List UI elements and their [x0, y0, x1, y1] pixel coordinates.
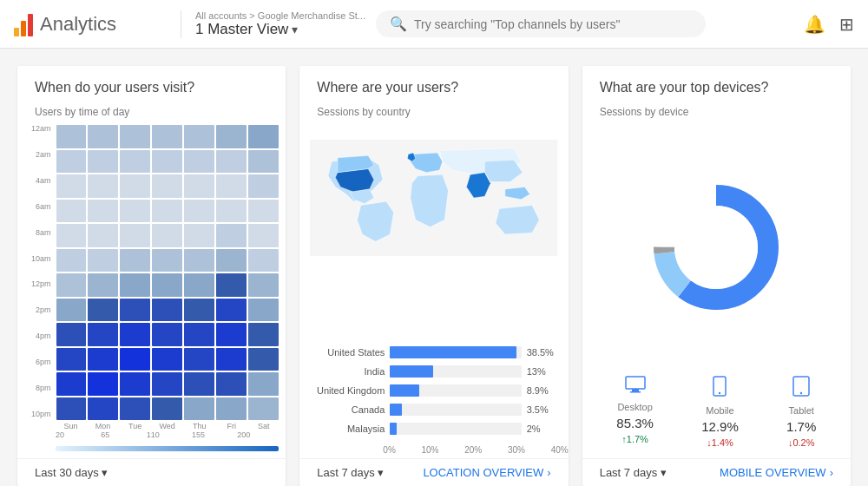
svg-rect-6: [632, 389, 639, 391]
heatmap-x-label: Sun: [56, 420, 86, 430]
card3-title: What are your top devices?: [582, 66, 851, 102]
heatmap-cell: [120, 150, 150, 174]
heatmap-col: [184, 125, 214, 420]
tablet-icon: [792, 376, 810, 402]
scale-label: 65: [101, 430, 118, 439]
bar-fill: [390, 423, 397, 435]
heatmap-cell: [56, 372, 87, 396]
search-input[interactable]: [414, 17, 692, 31]
bar-country-label: Malaysia: [306, 424, 385, 434]
heatmap-cell: [248, 323, 279, 346]
heatmap-cell: [120, 348, 150, 371]
bar-row: United Kingdom 8.9%: [306, 384, 557, 397]
bar-row: Canada 3.5%: [306, 404, 557, 416]
bar-track: [390, 423, 521, 435]
heatmap-y-label: 8pm: [31, 384, 55, 392]
heatmap-cell: [248, 372, 279, 396]
heatmap-cell: [152, 273, 182, 297]
card2-location-overview-link[interactable]: LOCATION OVERVIEW ›: [423, 466, 550, 479]
heatmap-cell: [248, 200, 279, 223]
heatmap-cell: [88, 273, 118, 297]
heatmap-cell: [120, 224, 150, 247]
heatmap-y-label: 6pm: [31, 358, 55, 366]
heatmap-cell: [184, 299, 214, 322]
heatmap-area: 12am2am4am6am8am10am12pm2pm4pm6pm8pm10pm…: [17, 125, 286, 458]
heatmap-cell: [184, 125, 214, 148]
heatmap-cell: [216, 323, 247, 346]
scale-label: 155: [192, 430, 209, 439]
heatmap-x-label: Sat: [248, 420, 279, 430]
heatmap-x-labels: SunMonTueWedThuFriSat: [31, 420, 279, 430]
bar-chart: United States 38.5% India 13% United Kin…: [299, 346, 568, 442]
device-name-label: Desktop: [617, 402, 652, 412]
heatmap-cell: [120, 372, 150, 396]
heatmap-cell: [88, 249, 118, 273]
bar-x-label: 30%: [508, 445, 525, 455]
bar-track: [390, 365, 521, 378]
bar-x-label: 10%: [421, 445, 438, 455]
heatmap-x-label: Fri: [216, 420, 247, 430]
search-bar[interactable]: 🔍: [376, 10, 706, 37]
heatmap-y-label: 10pm: [31, 410, 55, 418]
heatmap-cell: [216, 200, 247, 223]
heatmap-cell: [248, 348, 279, 371]
chevron-right-icon: ›: [830, 466, 833, 479]
card2-footer: Last 7 days ▾ LOCATION OVERVIEW ›: [299, 458, 568, 486]
bar-fill: [390, 404, 401, 416]
heatmap-cell: [216, 299, 247, 322]
heatmap-cell: [152, 372, 182, 396]
card3-mobile-overview-link[interactable]: MOBILE OVERVIEW ›: [720, 466, 833, 479]
heatmap-cell: [120, 249, 150, 273]
heatmap-cell: [152, 224, 182, 247]
device-percentage: 12.9%: [701, 419, 739, 434]
heatmap-cell: [216, 174, 247, 198]
svg-rect-7: [630, 391, 641, 393]
heatmap-cell: [184, 249, 214, 273]
card3-period[interactable]: Last 7 days ▾: [600, 466, 667, 479]
card2-period[interactable]: Last 7 days ▾: [317, 466, 384, 479]
bar-x-label: 20%: [464, 445, 482, 455]
heatmap-cell: [152, 125, 182, 148]
card-when-users-visit: When do your users visit? Users by time …: [17, 66, 286, 486]
card1-period[interactable]: Last 30 days ▾: [35, 466, 108, 479]
heatmap-cell: [88, 150, 118, 174]
heatmap-cell: [184, 273, 214, 297]
bar-x-labels: 0%10%20%30%40%: [299, 442, 568, 458]
bar-track: [390, 404, 521, 416]
bar-percentage: 3.5%: [527, 404, 558, 415]
heatmap-cell: [248, 397, 279, 421]
svg-point-4: [674, 206, 758, 289]
heatmap-cell: [152, 174, 182, 198]
notification-icon[interactable]: 🔔: [804, 14, 825, 35]
scale-label: 200: [237, 430, 254, 439]
heatmap-x-label: Wed: [152, 420, 182, 430]
device-change: ↓1.4%: [707, 437, 733, 448]
heatmap-cell: [56, 348, 87, 371]
heatmap-col: [152, 125, 182, 420]
master-view-dropdown[interactable]: 1 Master View ▾: [195, 21, 365, 38]
header: Analytics All accounts > Google Merchand…: [0, 0, 868, 49]
heatmap-cell: [216, 125, 247, 148]
bar-percentage: 13%: [527, 366, 558, 377]
heatmap-cell: [120, 397, 150, 421]
heatmap-cell: [88, 348, 118, 371]
heatmap-cell: [184, 224, 214, 247]
device-percentage: 85.3%: [616, 416, 654, 430]
device-name-label: Tablet: [789, 405, 814, 416]
heatmap-cell: [248, 273, 279, 297]
heatmap-cell: [56, 323, 87, 346]
device-change: ↓0.2%: [788, 437, 815, 448]
heatmap-cell: [216, 397, 247, 421]
heatmap-cell: [120, 299, 150, 322]
mobile-icon: [713, 376, 727, 402]
breadcrumb-area: All accounts > Google Merchandise St... …: [181, 10, 365, 38]
svg-rect-5: [626, 377, 645, 389]
heatmap-cell: [120, 273, 150, 297]
donut-chart: [647, 178, 786, 317]
heatmap-cell: [216, 224, 247, 247]
heatmap-cell: [152, 397, 182, 421]
heatmap-y-label: 2pm: [31, 306, 55, 314]
heatmap-cell: [56, 397, 87, 421]
heatmap-cell: [216, 150, 247, 174]
apps-grid-icon[interactable]: ⊞: [839, 14, 854, 35]
